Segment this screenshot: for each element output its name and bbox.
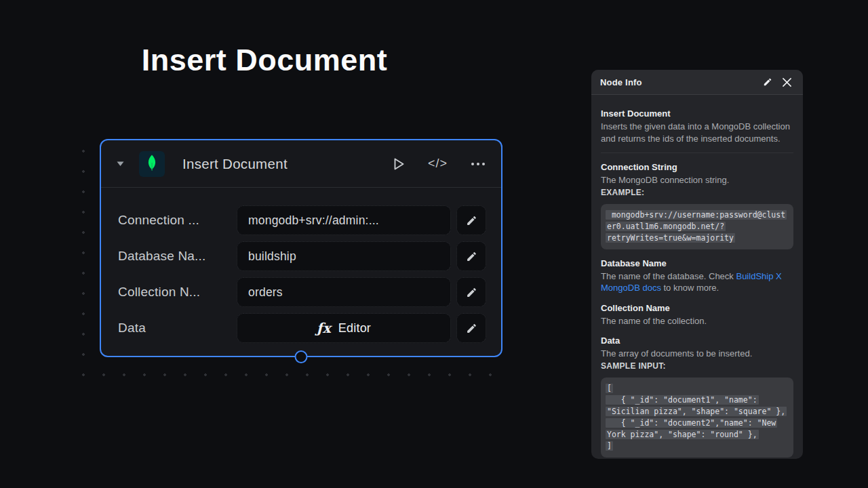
node-body: Connection ... mongodb+srv://admin:... D…: [101, 188, 501, 343]
code-icon: </>: [428, 157, 448, 171]
pencil-icon: [466, 251, 477, 262]
fx-icon: ƒx: [317, 320, 331, 336]
code-line: York pizza", "shape": "round" },: [606, 429, 789, 441]
editor-label: Editor: [338, 321, 371, 336]
description-text: to know more.: [661, 283, 719, 293]
node-output-port[interactable]: [295, 350, 308, 363]
panel-title: Node Info: [600, 77, 756, 87]
node-field-row-data: Data ƒx Editor: [118, 313, 486, 343]
panel-header: Node Info: [591, 70, 803, 95]
node-header: Insert Document </>: [101, 140, 501, 188]
database-name-heading: Database Name: [601, 258, 793, 268]
field-label: Connection ...: [118, 213, 237, 228]
code-line: er0.uatl1m6.mongodb.net/?: [606, 221, 789, 232]
close-icon: [783, 78, 791, 87]
chevron-down-icon: [116, 161, 125, 167]
connection-string-code-block: mongodb+srv://username:password@clust er…: [601, 204, 793, 249]
code-line: retryWrites=true&w=majority: [606, 232, 789, 244]
edit-collection-name-button[interactable]: [456, 277, 486, 307]
code-line: "Sicilian pizza", "shape": "square" },: [606, 406, 789, 418]
code-line: [: [606, 383, 789, 394]
insert-document-node[interactable]: Insert Document </> Connection ... mongo…: [100, 139, 502, 357]
connection-string-heading: Connection String: [601, 162, 793, 172]
database-name-input[interactable]: buildship: [237, 241, 451, 271]
connection-string-description: The MongoDB connection string.: [601, 174, 793, 186]
view-code-button[interactable]: </>: [428, 157, 448, 171]
field-label: Collection N...: [118, 285, 237, 300]
field-label: Data: [118, 321, 237, 336]
node-header-actions: </>: [392, 157, 486, 171]
pencil-icon: [763, 77, 772, 87]
pencil-icon: [466, 323, 477, 334]
node-field-row-collection-name: Collection N... orders: [118, 277, 486, 307]
code-line: ]: [606, 441, 789, 452]
node-field-row-database-name: Database Na... buildship: [118, 241, 486, 271]
collection-name-heading: Collection Name: [601, 303, 793, 313]
sample-input-label: SAMPLE INPUT:: [601, 361, 793, 371]
collapse-node-button[interactable]: [116, 161, 125, 167]
ellipsis-icon: [470, 161, 486, 167]
about-description: Inserts the given data into a MongoDB co…: [601, 121, 793, 144]
node-info-panel: Node Info Insert Document Inserts the gi…: [591, 70, 803, 459]
node-field-row-connection-string: Connection ... mongodb+srv://admin:...: [118, 205, 486, 235]
example-label: EXAMPLE:: [601, 188, 793, 197]
about-heading: Insert Document: [601, 108, 793, 119]
pencil-icon: [466, 287, 477, 298]
edit-data-button[interactable]: [456, 313, 486, 343]
page-title: Insert Document: [0, 43, 529, 78]
code-line: mongodb+srv://username:password@clust: [606, 209, 789, 221]
connection-string-input[interactable]: mongodb+srv://admin:...: [237, 205, 451, 235]
collection-name-description: The name of the collection.: [601, 315, 793, 327]
edit-connection-string-button[interactable]: [456, 205, 486, 235]
database-name-description: The name of the database. Check BuildShi…: [601, 270, 793, 294]
section-divider: [601, 152, 793, 153]
more-options-button[interactable]: [470, 161, 486, 167]
data-heading: Data: [601, 336, 793, 346]
collection-name-input[interactable]: orders: [237, 277, 451, 307]
sample-input-code-block: [ { "_id": "document1", "name": "Sicilia…: [601, 378, 793, 458]
pencil-icon: [466, 215, 477, 226]
description-text: The name of the database. Check: [601, 271, 736, 281]
run-node-button[interactable]: [392, 157, 406, 171]
edit-database-name-button[interactable]: [456, 241, 486, 271]
node-title: Insert Document: [182, 156, 392, 172]
edit-node-info-button[interactable]: [760, 75, 775, 89]
panel-body: Insert Document Inserts the given data i…: [591, 95, 803, 458]
play-icon: [392, 157, 406, 171]
code-line: { "_id": "document1", "name":: [606, 394, 789, 406]
code-line: { "_id": "document2","name": "New: [606, 418, 789, 429]
data-description: The array of documents to be inserted.: [601, 348, 793, 360]
field-label: Database Na...: [118, 249, 237, 264]
close-panel-button[interactable]: [779, 75, 794, 89]
mongodb-icon: [139, 151, 165, 177]
data-editor-button[interactable]: ƒx Editor: [237, 313, 451, 343]
